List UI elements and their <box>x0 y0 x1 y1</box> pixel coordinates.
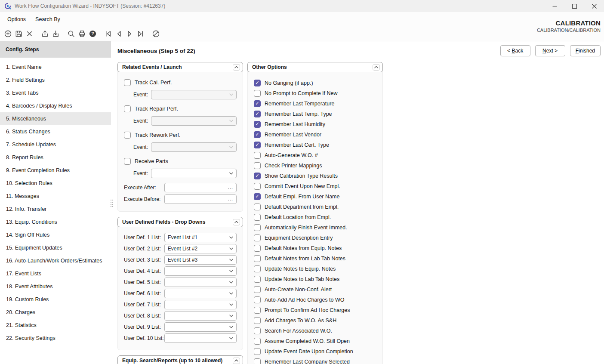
collapse-panel-icon[interactable] <box>233 64 240 71</box>
config-step-item[interactable]: 16. Auto-Launch/Work Orders/Estimates <box>0 254 111 267</box>
checkbox[interactable] <box>254 204 261 210</box>
checkbox[interactable] <box>254 358 261 364</box>
checkbox[interactable] <box>254 265 261 272</box>
checkbox[interactable] <box>254 327 261 334</box>
splitter-handle[interactable] <box>110 199 114 207</box>
event-dropdown[interactable] <box>151 142 237 152</box>
save-icon[interactable] <box>13 28 24 39</box>
collapse-panel-icon[interactable] <box>233 358 240 364</box>
checkbox[interactable] <box>254 317 261 324</box>
cancel-icon[interactable] <box>151 28 161 39</box>
option-checkbox-row[interactable]: Equipment Description Entry <box>254 233 376 243</box>
collapse-panel-icon[interactable] <box>373 64 380 71</box>
option-checkbox-row[interactable]: Auto-Add Ad Hoc Charges to WO <box>254 295 376 305</box>
option-checkbox-row[interactable]: Default Notes from Equip. Notes <box>254 243 376 253</box>
config-step-item[interactable]: 11. Messages <box>0 190 111 203</box>
checkbox[interactable] <box>254 193 261 200</box>
user-def-dropdown[interactable]: Event List #2 <box>164 244 237 253</box>
minimize-button[interactable] <box>545 0 564 12</box>
config-step-item[interactable]: 9. Event Completion Rules <box>0 164 111 177</box>
config-step-item[interactable]: 21. Statistics <box>0 319 111 332</box>
checkbox[interactable] <box>254 296 261 303</box>
import-icon[interactable] <box>50 28 61 39</box>
checkbox[interactable] <box>254 111 261 117</box>
option-checkbox-row[interactable]: Default Notes from Lab Tab Notes <box>254 253 376 264</box>
config-step-item[interactable]: 5. Miscellaneous <box>0 112 111 125</box>
option-checkbox-row[interactable]: Default Location from Empl. <box>254 212 376 222</box>
export-icon[interactable] <box>40 28 50 39</box>
back-button[interactable]: < Back <box>500 45 530 56</box>
option-checkbox-row[interactable]: Search For Associated W.O. <box>254 326 376 336</box>
event-dropdown[interactable] <box>151 90 237 99</box>
next-button[interactable]: Next > <box>535 45 565 56</box>
checkbox[interactable] <box>124 132 131 139</box>
option-checkbox-row[interactable]: Remember Last Temp. Type <box>254 109 376 119</box>
close-button[interactable] <box>584 0 604 12</box>
config-step-item[interactable]: 4. Barcodes / Display Rules <box>0 99 111 112</box>
option-checkbox-row[interactable]: Remember Last Vendor <box>254 130 376 140</box>
user-def-dropdown[interactable] <box>164 289 237 298</box>
print-icon[interactable] <box>77 28 87 39</box>
user-def-dropdown[interactable] <box>164 333 237 343</box>
checkbox[interactable] <box>254 338 261 345</box>
browse-icon[interactable]: ... <box>228 198 233 201</box>
checkbox[interactable] <box>254 214 261 221</box>
event-dropdown[interactable] <box>151 116 237 126</box>
option-checkbox-row[interactable]: Remember Last Temperature <box>254 99 376 109</box>
config-step-item[interactable]: 12. Info. Transfer <box>0 203 111 216</box>
execute-after-field[interactable]: ... <box>164 183 237 192</box>
option-checkbox-row[interactable]: Update Notes to Equip. Notes <box>254 264 376 274</box>
option-checkbox-row[interactable]: Show Calibration Type Results <box>254 171 376 181</box>
user-def-dropdown[interactable]: Event List #1 <box>164 233 237 242</box>
option-checkbox-row[interactable]: Auto-Generate W.O. # <box>254 150 376 160</box>
config-step-item[interactable]: 19. Custom Rules <box>0 293 111 306</box>
add-icon[interactable] <box>3 28 13 39</box>
config-step-item[interactable]: 7. Schedule Updates <box>0 138 111 151</box>
maximize-button[interactable] <box>564 0 584 12</box>
option-checkbox-row[interactable]: Assume Completed W.O. Still Open <box>254 336 376 346</box>
option-checkbox-row[interactable]: No Ganging (if app.) <box>254 78 376 88</box>
config-step-item[interactable]: 1. Event Name <box>0 61 111 74</box>
checkbox[interactable] <box>254 183 261 190</box>
user-def-dropdown[interactable] <box>164 322 237 332</box>
checkbox[interactable] <box>124 158 131 165</box>
config-step-item[interactable]: 3. Event Tabs <box>0 86 111 99</box>
user-def-dropdown[interactable] <box>164 278 237 287</box>
config-step-item[interactable]: 2. Field Settings <box>0 74 111 86</box>
config-step-item[interactable]: 14. Sign Off Rules <box>0 228 111 241</box>
checkbox[interactable] <box>254 121 261 128</box>
checkbox[interactable] <box>254 234 261 241</box>
option-checkbox-row[interactable]: Remember Last Humidity <box>254 119 376 130</box>
menu-options[interactable]: Options <box>7 16 26 22</box>
config-step-item[interactable]: 13. Equip. Conditions <box>0 216 111 228</box>
config-step-item[interactable]: 17. Event Lists <box>0 267 111 280</box>
config-step-item[interactable]: 18. Event Attributes <box>0 280 111 293</box>
checkbox[interactable] <box>254 131 261 138</box>
nav-next-icon[interactable] <box>124 28 135 39</box>
checkbox[interactable] <box>254 80 261 86</box>
config-step-item[interactable]: 22. Security Settings <box>0 332 111 345</box>
checkbox[interactable] <box>254 162 261 169</box>
user-def-dropdown[interactable]: Event List #3 <box>164 255 237 265</box>
user-def-dropdown[interactable] <box>164 311 237 321</box>
nav-previous-icon[interactable] <box>114 28 124 39</box>
option-checkbox-row[interactable]: No Prompt to Complete If New <box>254 88 376 99</box>
option-checkbox-row[interactable]: Check Printer Mappings <box>254 160 376 171</box>
user-def-dropdown[interactable] <box>164 300 237 309</box>
option-checkbox-row[interactable]: Commit Event Upon New Empl. <box>254 181 376 191</box>
option-checkbox-row[interactable]: Update Notes to Lab Tab Notes <box>254 274 376 284</box>
checkbox[interactable] <box>254 286 261 293</box>
checkbox[interactable] <box>254 152 261 159</box>
checkbox[interactable] <box>254 173 261 179</box>
checkbox[interactable] <box>254 224 261 231</box>
browse-icon[interactable]: ... <box>228 186 233 189</box>
option-checkbox-row[interactable]: Prompt To Confirm Ad Hoc Charges <box>254 305 376 315</box>
event-dropdown[interactable] <box>151 169 237 178</box>
checkbox[interactable] <box>254 307 261 314</box>
option-checkbox-row[interactable]: Remember Last Cert. Type <box>254 140 376 150</box>
search-icon[interactable] <box>66 28 77 39</box>
nav-first-icon[interactable] <box>103 28 114 39</box>
checkbox[interactable] <box>254 276 261 283</box>
checkbox[interactable] <box>254 245 261 252</box>
checkbox[interactable] <box>124 79 131 86</box>
